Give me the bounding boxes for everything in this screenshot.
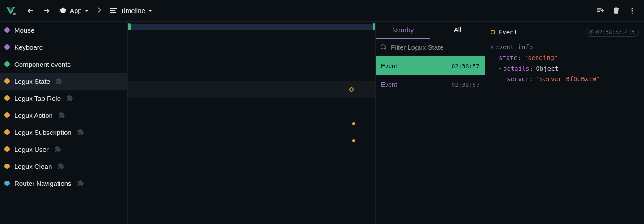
event-marker[interactable]: [352, 122, 355, 125]
timeline-row: [128, 47, 375, 64]
timeline-row: [128, 98, 375, 115]
plugin-icon: [77, 180, 84, 187]
nav-back-button[interactable]: [24, 4, 37, 17]
search-icon: [380, 44, 387, 51]
vue-logo-icon: [5, 5, 16, 16]
plugin-icon: [55, 78, 63, 85]
event-label: Event: [381, 81, 397, 88]
caret-down-icon: [85, 9, 89, 13]
view-selector[interactable]: Timeline: [107, 5, 155, 17]
timeline-row: [128, 132, 375, 149]
scrubber-handle-left[interactable]: [128, 23, 131, 30]
tab-nearby[interactable]: Nearby: [376, 22, 430, 39]
layer-label: Logux Clean: [14, 163, 52, 170]
event-timestamp: 02:38:57.413: [585, 28, 639, 37]
timeline-row: [128, 64, 375, 81]
layer-color-dot: [4, 181, 10, 186]
svg-rect-1: [110, 8, 117, 9]
layer-label: Logux Subscription: [14, 129, 72, 136]
clear-button[interactable]: [610, 4, 623, 17]
layer-label: Logux User: [14, 146, 49, 153]
event-time: 02:38:57: [451, 82, 479, 88]
breadcrumb-separator: [97, 7, 102, 14]
layer-color-dot: [4, 78, 10, 84]
layer-color-dot: [4, 61, 10, 67]
tree-kv[interactable]: ▼ details: Object: [491, 64, 639, 74]
timeline-canvas[interactable]: [128, 22, 376, 224]
timeline-scrubber[interactable]: [128, 24, 375, 30]
plugin-icon: [58, 112, 65, 119]
tab-all[interactable]: All: [430, 22, 485, 39]
svg-point-0: [13, 13, 16, 15]
nav-forward-button[interactable]: [40, 4, 53, 17]
layer-logux-tab-role[interactable]: Logux Tab Role: [0, 90, 127, 107]
layer-label: Logux State: [14, 78, 50, 85]
event-label: Event: [381, 62, 397, 69]
event-ring-icon: [491, 30, 495, 34]
layer-label: Logux Action: [14, 112, 53, 119]
layer-keyboard[interactable]: Keyboard: [0, 39, 127, 56]
clock-icon: [589, 30, 594, 35]
timeline-icon: [110, 7, 118, 15]
event-list-item[interactable]: Event 02:38:57: [376, 56, 485, 75]
layer-logux-action[interactable]: Logux Action: [0, 107, 127, 124]
layer-component-events[interactable]: Component events: [0, 56, 127, 73]
layer-label: Router Navigations: [14, 180, 72, 187]
layer-color-dot: [4, 95, 10, 101]
app-label: App: [70, 7, 82, 14]
events-filter: [376, 39, 485, 56]
layer-logux-subscription[interactable]: Logux Subscription: [0, 124, 127, 141]
more-button[interactable]: [626, 4, 639, 17]
plugin-icon: [54, 146, 61, 153]
toolbar: App Timeline: [0, 0, 644, 22]
layer-logux-user[interactable]: Logux User: [0, 141, 127, 158]
app-selector[interactable]: App: [56, 5, 92, 17]
layer-logux-state[interactable]: Logux State: [0, 73, 127, 90]
event-marker[interactable]: [349, 87, 354, 92]
layer-color-dot: [4, 112, 10, 118]
event-list-item[interactable]: Event 02:38:57: [376, 75, 485, 94]
layer-label: Keyboard: [14, 43, 43, 51]
timeline-row: [128, 166, 375, 183]
event-marker[interactable]: [352, 139, 355, 142]
inspector-title: Event: [491, 29, 517, 36]
timeline-row: [128, 183, 375, 200]
layer-label: Logux Tab Role: [14, 95, 61, 102]
filter-input[interactable]: [391, 43, 480, 51]
svg-rect-2: [110, 10, 115, 11]
timeline-row: [128, 115, 375, 132]
playlist-add-button[interactable]: [594, 4, 606, 17]
plugin-icon: [57, 163, 64, 170]
tree-kv[interactable]: server: "server:BfGdBxtW": [491, 74, 639, 85]
view-label: Timeline: [120, 7, 145, 14]
layer-router-navigations[interactable]: Router Navigations: [0, 175, 127, 192]
timeline-row: [128, 149, 375, 166]
layer-color-dot: [4, 146, 10, 152]
caret-down-icon: [148, 9, 153, 13]
tree-section[interactable]: ▼ event info: [491, 42, 639, 53]
layer-label: Mouse: [14, 26, 34, 34]
timeline-row: [128, 30, 375, 47]
svg-point-7: [381, 45, 385, 49]
inspector-panel: Event 02:38:57.413 ▼ event info state: "…: [485, 22, 644, 224]
svg-point-6: [632, 12, 633, 13]
events-panel: Nearby All Event 02:38:57 Event 02:38:57: [376, 22, 485, 224]
layer-mouse[interactable]: Mouse: [0, 22, 127, 39]
layer-color-dot: [4, 44, 10, 50]
tree-kv[interactable]: state: "sending": [491, 53, 639, 64]
svg-point-4: [632, 8, 633, 9]
plugin-icon: [66, 95, 73, 102]
scrubber-handle-right[interactable]: [373, 23, 375, 30]
layer-color-dot: [4, 129, 10, 135]
layer-label: Component events: [14, 60, 71, 68]
svg-point-5: [632, 10, 633, 11]
svg-rect-3: [110, 12, 116, 13]
layer-color-dot: [4, 164, 10, 169]
timeline-row: [128, 81, 375, 98]
plugin-icon: [77, 129, 84, 136]
layers-icon: [59, 7, 67, 15]
layer-logux-clean[interactable]: Logux Clean: [0, 158, 127, 175]
event-time: 02:38:57: [451, 63, 479, 69]
layer-sidebar: Mouse Keyboard Component events Logux St…: [0, 22, 128, 224]
layer-color-dot: [4, 27, 10, 33]
